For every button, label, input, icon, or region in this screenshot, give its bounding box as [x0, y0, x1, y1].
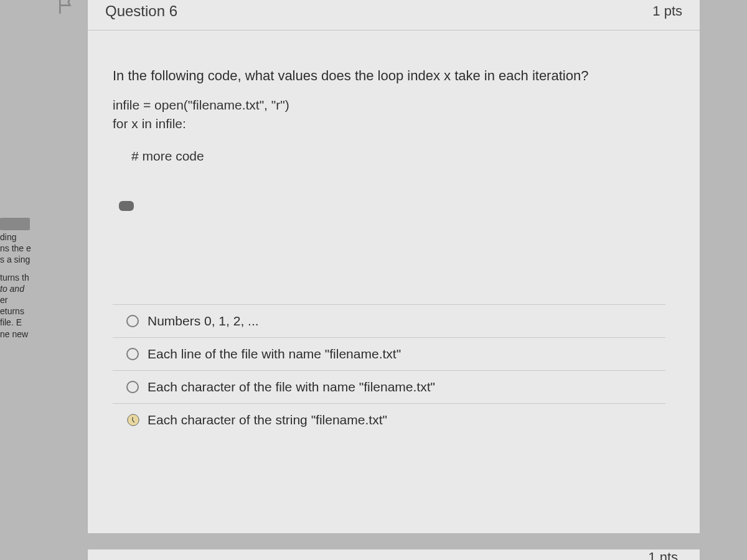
question-prompt: In the following code, what values does … [113, 68, 675, 84]
sidebar-text: ding [0, 231, 35, 243]
sidebar-text: file. E [0, 317, 35, 328]
flag-icon[interactable] [57, 0, 77, 16]
code-line: infile = open("filename.txt", "r") [113, 98, 675, 113]
sidebar-text: ns the e [0, 243, 35, 254]
sidebar-text: s a sing [0, 254, 35, 265]
svg-point-0 [128, 414, 139, 426]
option-row[interactable]: Each character of the string "filename.t… [113, 404, 665, 436]
code-line: for x in infile: [113, 116, 675, 131]
question-header: Question 6 1 pts [88, 0, 700, 30]
sidebar-text: to and [0, 283, 35, 294]
option-row[interactable]: Each line of the file with name "filenam… [113, 338, 665, 371]
radio-icon[interactable] [126, 381, 139, 393]
question-title: Question 6 [105, 2, 177, 20]
question-card: Question 6 1 pts In the following code, … [87, 0, 700, 534]
sidebar-text: ne new [0, 329, 35, 340]
next-question-card: 1 nts [87, 549, 700, 560]
sidebar-notes-fragment: ding ns the e s a sing turns th to and e… [0, 218, 35, 340]
options-list: Numbers 0, 1, 2, ... Each line of the fi… [113, 304, 675, 436]
option-label: Each character of the file with name "fi… [148, 380, 435, 394]
option-label: Each character of the string "filename.t… [148, 413, 387, 427]
option-label: Numbers 0, 1, 2, ... [148, 314, 259, 329]
code-line: # more code [131, 149, 675, 164]
option-label: Each line of the file with name "filenam… [148, 347, 401, 362]
option-row[interactable]: Numbers 0, 1, 2, ... [113, 304, 665, 338]
sidebar-text: turns th [0, 272, 35, 283]
question-body: In the following code, what values does … [88, 30, 700, 455]
radio-icon[interactable] [126, 315, 139, 327]
sidebar-text: eturns [0, 306, 35, 317]
next-question-points: 1 nts [648, 549, 678, 560]
radio-icon[interactable] [126, 348, 139, 360]
text-cursor-icon [119, 201, 134, 211]
pointer-cursor-icon [126, 413, 140, 427]
sidebar-text: er [0, 294, 35, 306]
question-points: 1 pts [652, 3, 682, 19]
option-row[interactable]: Each character of the file with name "fi… [113, 371, 665, 404]
